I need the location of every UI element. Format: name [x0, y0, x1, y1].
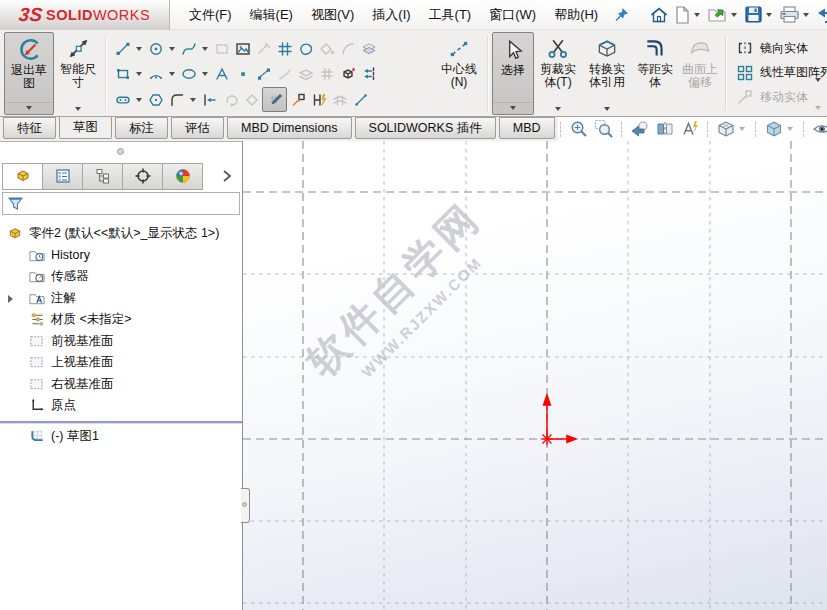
expand-arrow-icon[interactable] — [8, 295, 13, 303]
tree-item-sketch1[interactable]: (-) 草图1 — [0, 426, 242, 448]
linear-pattern-dropdown[interactable] — [815, 78, 821, 82]
home-button[interactable] — [648, 3, 670, 27]
menu-tools[interactable]: 工具(T) — [420, 1, 481, 29]
tab-displaymanager[interactable] — [162, 163, 203, 190]
tree-item-annotations[interactable]: 注解 — [0, 288, 242, 310]
sketch-fillet-tool[interactable] — [166, 88, 187, 112]
graphics-viewport[interactable]: 软件自学网 WWW.RJZXW.COM — [243, 141, 827, 610]
menu-insert[interactable]: 插入(I) — [363, 1, 419, 29]
repair-sketch-tool[interactable] — [308, 88, 329, 112]
centerline-button[interactable]: 中心线(N) — [434, 32, 484, 115]
new-document-dropdown[interactable] — [694, 13, 700, 17]
smart-dimension-button[interactable]: 智能尺寸 — [54, 32, 102, 115]
spline-tool[interactable] — [178, 37, 199, 61]
rollback-bar[interactable] — [0, 421, 242, 423]
select-dropdown[interactable] — [493, 102, 533, 114]
circle-tool[interactable] — [145, 37, 166, 61]
sketch-pencil-tool-active[interactable] — [262, 87, 287, 112]
ellipse-tool-dropdown[interactable] — [199, 62, 211, 86]
line-tool-dropdown[interactable] — [133, 37, 145, 61]
zoom-fit-button[interactable] — [569, 119, 589, 139]
tab-mbd-dimensions[interactable]: MBD Dimensions — [227, 117, 352, 139]
tab-mbd[interactable]: MBD — [499, 117, 555, 139]
rectangle-tool-dropdown[interactable] — [133, 62, 145, 86]
freeform-region-tool[interactable] — [295, 37, 316, 61]
zoom-to-area-button[interactable] — [594, 119, 614, 139]
tree-root-part[interactable]: 零件2 (默认<<默认>_显示状态 1>) — [0, 223, 242, 245]
tree-filter-input[interactable] — [28, 194, 239, 214]
tab-sketch-active[interactable]: 草图 — [59, 116, 112, 139]
menu-edit[interactable]: 编辑(E) — [241, 1, 302, 29]
tree-item-front-plane[interactable]: 前视基准面 — [0, 331, 242, 353]
sketch-grid-tool[interactable] — [274, 37, 295, 61]
open-document-dropdown[interactable] — [731, 13, 737, 17]
corner-rectangle-tool[interactable] — [112, 62, 133, 86]
tree-item-history[interactable]: History — [0, 245, 242, 267]
fillet-tool-dropdown[interactable] — [187, 88, 199, 112]
tab-evaluate[interactable]: 评估 — [171, 117, 224, 139]
layers-tool[interactable] — [358, 37, 379, 61]
save-button[interactable] — [743, 3, 776, 26]
hide-annotations-button[interactable] — [680, 119, 700, 139]
slot-tool-dropdown[interactable] — [133, 88, 145, 112]
tree-item-top-plane[interactable]: 上视基准面 — [0, 352, 242, 374]
view-orientation-dropdown[interactable] — [739, 127, 745, 131]
sketch-picture-tool[interactable] — [232, 37, 253, 61]
print-button[interactable] — [778, 3, 813, 26]
display-style-dropdown[interactable] — [787, 127, 793, 131]
panel-flyout-button[interactable] — [222, 169, 239, 183]
previous-view-button[interactable] — [630, 119, 650, 139]
tab-solidworks-addins[interactable]: SOLIDWORKS 插件 — [355, 117, 496, 139]
sketch-text-tool[interactable] — [211, 62, 232, 86]
tree-item-material[interactable]: 材质 <未指定> — [0, 309, 242, 331]
split-entities-tool[interactable] — [350, 88, 371, 112]
menu-help[interactable]: 帮助(H) — [545, 1, 607, 29]
smart-dimension-dropdown[interactable] — [54, 104, 102, 115]
arc-3point-tool[interactable] — [145, 62, 166, 86]
convert-entities-button[interactable]: 转换实体引用 — [582, 32, 632, 115]
stretch-entities-tool[interactable] — [199, 88, 220, 112]
tree-item-sensors[interactable]: 传感器 — [0, 266, 242, 288]
ellipse-tool[interactable] — [178, 62, 199, 86]
section-view-button[interactable] — [655, 119, 675, 139]
spline-tool-dropdown[interactable] — [199, 37, 211, 61]
pin-menu-button[interactable] — [613, 6, 630, 23]
move-copy-tool[interactable] — [287, 88, 308, 112]
circle-tool-dropdown[interactable] — [166, 37, 178, 61]
print-dropdown[interactable] — [803, 13, 809, 17]
slot-tool[interactable] — [112, 88, 133, 112]
tab-propertymanager[interactable] — [42, 163, 83, 190]
tab-featuremanager[interactable] — [2, 163, 43, 190]
line-tool[interactable] — [112, 37, 133, 61]
tree-item-right-plane[interactable]: 右视基准面 — [0, 374, 242, 396]
arc-tool-dropdown[interactable] — [166, 62, 178, 86]
exit-sketch-button[interactable]: 退出草图 — [4, 32, 54, 115]
menu-window[interactable]: 窗口(W) — [480, 1, 545, 29]
exit-sketch-dropdown[interactable] — [5, 102, 53, 114]
panel-collapse-handle[interactable] — [241, 488, 250, 523]
open-document-button[interactable] — [706, 3, 741, 27]
save-dropdown[interactable] — [766, 13, 772, 17]
tree-item-origin[interactable]: 原点 — [0, 395, 242, 417]
undo-button[interactable] — [815, 3, 827, 26]
polygon-tool[interactable] — [145, 88, 166, 112]
trim-entities-button[interactable]: 剪裁实体(T) — [534, 32, 582, 115]
point-tool[interactable] — [232, 62, 253, 86]
hide-show-items-button[interactable] — [812, 119, 827, 139]
offset-entities-button[interactable]: 等距实体 — [632, 32, 678, 115]
view-orientation-button[interactable] — [716, 119, 748, 139]
trim-dropdown[interactable] — [534, 104, 582, 115]
menu-view[interactable]: 视图(V) — [302, 1, 363, 29]
select-button[interactable]: 选择 — [492, 32, 534, 115]
convert-dropdown[interactable] — [582, 104, 632, 115]
snap-points-tool[interactable] — [253, 62, 274, 86]
mirror-entities-button[interactable]: 镜向实体 — [736, 37, 827, 59]
3d-sketch-rotate-tool[interactable] — [337, 62, 358, 86]
tab-features[interactable]: 特征 — [3, 117, 56, 139]
tab-dimxpertmanager[interactable] — [122, 163, 163, 190]
menu-file[interactable]: 文件(F) — [180, 1, 241, 29]
convert-direction-tool[interactable] — [358, 62, 379, 86]
panel-splitter[interactable] — [0, 142, 242, 162]
tab-configurationmanager[interactable] — [82, 163, 123, 190]
linear-pattern-button[interactable]: 线性草图阵列 — [736, 62, 827, 84]
